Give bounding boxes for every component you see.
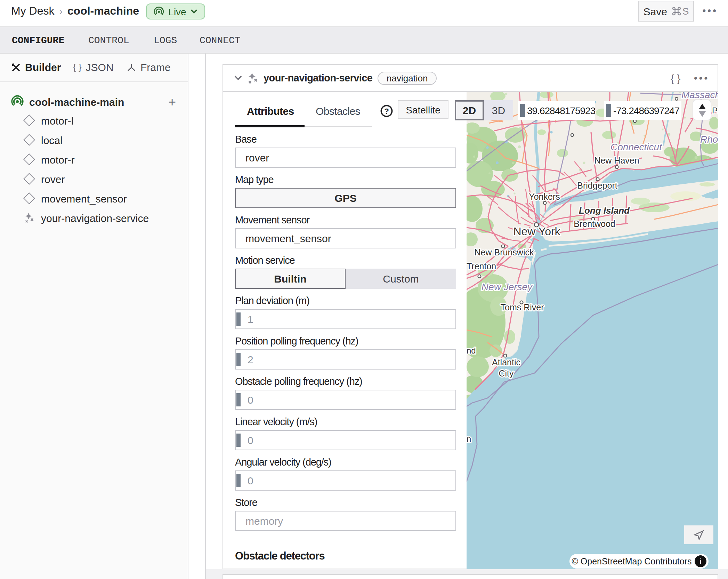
svg-text:nd: nd [467,346,476,355]
svg-text:Brentwood: Brentwood [574,219,615,229]
svg-text:i: i [699,557,701,566]
svg-text:Toms River: Toms River [500,302,544,312]
svg-text:New Haven: New Haven [594,156,639,165]
svg-text:New York: New York [513,225,560,238]
svg-text:Bridgeport: Bridgeport [577,181,617,190]
svg-text:Pro: Pro [712,106,718,115]
svg-text:Massachuse: Massachuse [681,92,718,100]
svg-text:Atlantic: Atlantic [492,357,520,367]
svg-text:?: ? [384,106,389,116]
svg-text:New Brunswick: New Brunswick [475,247,534,257]
svg-text:n: n [467,434,471,444]
svg-text:Rhode: Rhode [700,134,718,145]
svg-text:Long Island: Long Island [579,205,630,216]
svg-text:Connecticut: Connecticut [610,142,662,152]
svg-text:New Jersey: New Jersey [482,281,533,292]
svg-text:Yonkers: Yonkers [529,192,560,201]
svg-text:City: City [499,368,514,378]
svg-text:Trenton: Trenton [467,261,496,271]
